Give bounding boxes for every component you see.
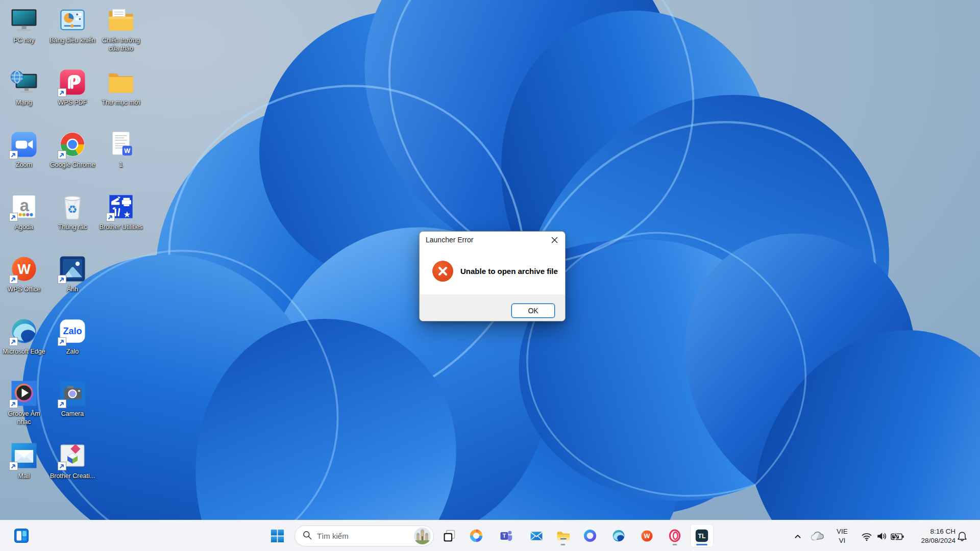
volume-icon bbox=[875, 530, 888, 542]
edge-icon bbox=[9, 316, 39, 346]
desktop-icon-label: Brother Creati... bbox=[50, 472, 95, 480]
network-icon bbox=[9, 67, 39, 97]
running-indicator bbox=[673, 544, 677, 546]
language-line-bottom: VI bbox=[839, 536, 846, 545]
taskbar-wps-office-button[interactable]: W bbox=[635, 524, 658, 547]
search-box[interactable] bbox=[295, 525, 434, 546]
desktop-icon-label: Mail bbox=[18, 472, 30, 480]
task-view-icon bbox=[442, 529, 456, 543]
desktop-icon-zalo[interactable]: ZaloZalo bbox=[49, 316, 96, 356]
desktop-icon-brother-creative[interactable]: Brother Creati... bbox=[49, 441, 96, 480]
search-icon bbox=[302, 530, 312, 542]
desktop-icon-label: Groove Âm nhạc bbox=[1, 410, 47, 427]
taskbar-copilot-button[interactable] bbox=[464, 524, 488, 547]
desktop-icon-pc-nay[interactable]: PC này bbox=[1, 5, 47, 44]
taskbar-mail-button[interactable] bbox=[525, 524, 548, 547]
desktop-icon-wps-pdf[interactable]: WPS PDF bbox=[49, 67, 96, 107]
desktop-icon-label: Zoom bbox=[16, 161, 32, 169]
desktop-icon-label: Agoda bbox=[15, 223, 33, 231]
zalo-icon: Zalo bbox=[58, 316, 87, 346]
shortcut-arrow-icon bbox=[58, 88, 66, 97]
dialog-close-button[interactable] bbox=[544, 232, 565, 248]
svg-text:Zalo: Zalo bbox=[63, 326, 82, 336]
dialog-titlebar[interactable]: Launcher Error bbox=[420, 232, 565, 248]
zoom-icon bbox=[9, 130, 39, 159]
start-button[interactable] bbox=[265, 524, 289, 547]
svg-text:★: ★ bbox=[123, 210, 131, 219]
desktop-icon-bang-dieu-khien[interactable]: Bảng điều khiển bbox=[49, 5, 96, 44]
battery-charging-icon bbox=[890, 530, 905, 542]
groove-music-icon bbox=[9, 379, 39, 408]
desktop-icon-chien-truong-cua-thao[interactable]: Chiến trường của thảo bbox=[97, 5, 144, 53]
desktop-icon-thung-rac[interactable]: ♻Thùng rác bbox=[49, 192, 96, 231]
notification-bell-button[interactable] bbox=[955, 520, 969, 551]
onedrive-tray-button[interactable] bbox=[808, 520, 826, 551]
notification-bell-icon bbox=[956, 530, 968, 542]
mail-tile-icon bbox=[9, 441, 39, 470]
edge-icon bbox=[611, 529, 626, 543]
copilot-icon bbox=[469, 529, 483, 543]
svg-text:a: a bbox=[20, 196, 30, 215]
castle-photo-icon[interactable] bbox=[414, 528, 431, 544]
file-explorer-icon bbox=[556, 529, 570, 543]
taskbar-file-explorer-button[interactable] bbox=[551, 524, 575, 547]
active-window-indicator bbox=[696, 544, 707, 546]
search-input[interactable] bbox=[317, 532, 409, 540]
desktop-icon-brother-utilities[interactable]: ★Brother Utilities bbox=[97, 192, 144, 231]
shortcut-arrow-icon bbox=[9, 399, 18, 408]
dialog-title: Launcher Error bbox=[426, 236, 473, 244]
desktop-icon-zoom[interactable]: Zoom bbox=[1, 130, 47, 169]
shortcut-arrow-icon bbox=[58, 275, 66, 284]
desktop-icon-label: Chiến trường của thảo bbox=[97, 36, 144, 53]
taskbar-teams-button[interactable]: T bbox=[494, 524, 518, 547]
desktop-icon-label: Brother Utilities bbox=[100, 223, 143, 231]
taskbar-edge-button[interactable] bbox=[607, 524, 630, 547]
shortcut-arrow-icon bbox=[58, 151, 66, 159]
desktop-icon-groove-am-nhac[interactable]: Groove Âm nhạc bbox=[1, 379, 47, 427]
tray-overflow-chevron[interactable] bbox=[791, 520, 805, 551]
taskbar-tl-app-button[interactable]: TL bbox=[690, 524, 714, 547]
wifi-tray-button[interactable] bbox=[860, 520, 874, 551]
desktop-icon-mail[interactable]: Mail bbox=[1, 441, 47, 480]
close-icon bbox=[551, 237, 558, 243]
date-label: 28/08/2024 bbox=[921, 536, 955, 545]
clock[interactable]: 8:16 CH 28/08/2024 bbox=[909, 520, 955, 551]
language-indicator[interactable]: VIE VI bbox=[831, 520, 853, 551]
monitor-icon bbox=[9, 5, 39, 35]
desktop-icon-label: Microsoft Edge bbox=[3, 347, 45, 356]
word-document-icon: W bbox=[106, 130, 136, 159]
desktop-icon-camera[interactable]: Camera bbox=[49, 379, 96, 418]
widgets-button[interactable] bbox=[10, 524, 33, 547]
opera-icon bbox=[668, 529, 682, 543]
wps-pdf-icon bbox=[58, 67, 87, 97]
desktop-icon-agoda[interactable]: aAgoda bbox=[1, 192, 47, 231]
ok-button[interactable]: OK bbox=[511, 304, 555, 318]
desktop-icon-mang[interactable]: Mạng bbox=[1, 67, 47, 107]
shortcut-arrow-icon bbox=[9, 275, 18, 284]
taskbar-opera-button[interactable] bbox=[663, 524, 687, 547]
desktop-icon-label: Thùng rác bbox=[58, 223, 87, 231]
desktop-icon-google-chrome[interactable]: Google Chrome bbox=[49, 130, 96, 169]
desktop-icon-microsoft-edge[interactable]: Microsoft Edge bbox=[1, 316, 47, 356]
agoda-icon: a bbox=[9, 192, 39, 221]
error-message: Unable to open archive file bbox=[460, 267, 558, 276]
desktop-icon-thu-muc-moi[interactable]: Thư mục mới bbox=[97, 67, 144, 107]
desktop-icon-label: Ảnh bbox=[67, 285, 78, 293]
desktop-icon-label: Bảng điều khiển bbox=[50, 36, 95, 44]
folder-icon bbox=[106, 67, 136, 97]
language-line-top: VIE bbox=[837, 527, 848, 536]
wps-office-icon: W bbox=[640, 529, 654, 543]
desktop-icon-anh[interactable]: Ảnh bbox=[49, 254, 96, 293]
control-panel-icon bbox=[58, 5, 87, 35]
shortcut-arrow-icon bbox=[106, 213, 115, 221]
desktop-icon-label: Zalo bbox=[66, 347, 79, 356]
desktop-icon-label: WPS PDF bbox=[58, 98, 87, 107]
desktop-icon-label: Camera bbox=[61, 410, 84, 418]
desktop-icon-wps-office[interactable]: WWPS Office bbox=[1, 254, 47, 293]
brother-creative-icon bbox=[58, 441, 87, 470]
volume-tray-button[interactable] bbox=[874, 520, 889, 551]
desktop-icon-tai-lieu-1[interactable]: W1 bbox=[97, 130, 144, 169]
taskbar-microsoft-365-button[interactable] bbox=[578, 524, 602, 547]
taskbar-task-view-button[interactable] bbox=[437, 524, 461, 547]
battery-tray-button[interactable] bbox=[889, 520, 906, 551]
